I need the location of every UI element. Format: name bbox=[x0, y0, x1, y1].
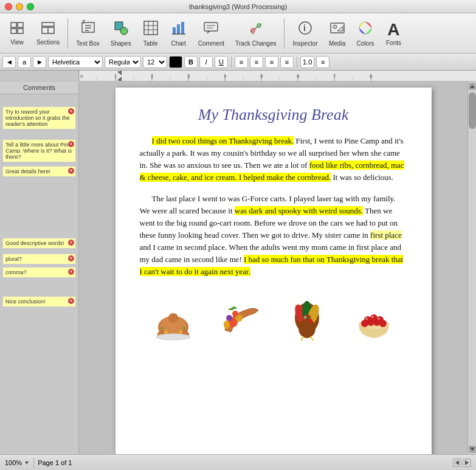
svg-rect-3 bbox=[18, 29, 23, 33]
zoom-dropdown-icon[interactable] bbox=[24, 460, 30, 466]
svg-rect-4 bbox=[42, 22, 54, 26]
toolbar-comment[interactable]: Comment bbox=[193, 16, 229, 51]
fonts-icon: A bbox=[387, 20, 399, 40]
style-select[interactable]: Regular bbox=[105, 56, 141, 68]
comment-1-close[interactable]: ✕ bbox=[68, 108, 74, 114]
scroll-left-btn[interactable] bbox=[453, 458, 461, 467]
document-title: My Thanksgiving Break bbox=[140, 106, 407, 124]
toolbar-sections[interactable]: Sections bbox=[32, 16, 64, 51]
font-color-box[interactable] bbox=[169, 56, 182, 68]
comment-6-text: comma? bbox=[5, 269, 27, 275]
page-nav-prev[interactable]: ◀ bbox=[2, 56, 16, 68]
toolbar-table-label: Table bbox=[143, 40, 158, 47]
svg-marker-108 bbox=[25, 461, 29, 465]
page-nav-next[interactable]: ▶ bbox=[33, 56, 46, 68]
turkey-bird-image bbox=[283, 297, 331, 342]
page-nav-input[interactable]: a bbox=[18, 56, 31, 68]
size-select[interactable]: 12 bbox=[143, 56, 167, 68]
comment-5-close[interactable]: ✕ bbox=[68, 255, 74, 261]
paragraph-2[interactable]: The last place I went to was G-Force car… bbox=[140, 193, 407, 278]
toolbar-inspector[interactable]: i Inspector bbox=[288, 16, 322, 51]
align-justify-btn[interactable]: ≡ bbox=[280, 56, 294, 68]
highlight-first: first place bbox=[370, 230, 402, 240]
italic-btn[interactable]: I bbox=[199, 56, 213, 68]
toolbar-chart[interactable]: Chart bbox=[165, 16, 192, 51]
svg-point-69 bbox=[168, 313, 178, 323]
svg-text:1: 1 bbox=[114, 74, 117, 79]
svg-point-104 bbox=[371, 316, 374, 318]
scroll-thumb[interactable] bbox=[469, 92, 476, 129]
svg-point-76 bbox=[183, 327, 185, 330]
align-left-btn[interactable]: ≡ bbox=[235, 56, 248, 68]
toolbar-view-label: View bbox=[10, 39, 24, 46]
font-select[interactable]: Helvetica bbox=[48, 56, 103, 68]
document-area[interactable]: My Thanksgiving Break I did two cool thi… bbox=[79, 81, 467, 454]
svg-text:8: 8 bbox=[370, 74, 373, 79]
media-icon bbox=[329, 20, 345, 39]
scroll-down-btn[interactable] bbox=[469, 446, 476, 453]
svg-text:0: 0 bbox=[80, 74, 83, 79]
underline-btn[interactable]: U bbox=[215, 56, 228, 68]
svg-line-93 bbox=[301, 336, 303, 340]
view-icon bbox=[10, 21, 24, 38]
scroll-up-btn[interactable] bbox=[469, 83, 476, 90]
toolbar-table[interactable]: Table bbox=[137, 16, 164, 51]
comment-6-close[interactable]: ✕ bbox=[68, 269, 74, 275]
window-title: thanksgiving3 (Word Processing) bbox=[189, 3, 287, 10]
toolbar-inspector-label: Inspector bbox=[292, 40, 317, 47]
toolbar-shapes[interactable]: Shapes bbox=[106, 16, 136, 51]
svg-rect-21 bbox=[181, 22, 184, 34]
svg-marker-106 bbox=[470, 85, 475, 88]
comment-2: ✕ Tell a little more about Pine Camp. Wh… bbox=[2, 139, 76, 162]
scrollbar-vertical[interactable] bbox=[467, 81, 476, 454]
comment-3-close[interactable]: ✕ bbox=[68, 168, 74, 174]
maximize-button[interactable] bbox=[27, 3, 34, 10]
svg-text:3: 3 bbox=[187, 74, 190, 79]
svg-rect-14 bbox=[144, 21, 157, 35]
toolbar-colors-label: Colors bbox=[357, 40, 374, 47]
toolbar-comment-label: Comment bbox=[198, 40, 224, 47]
toolbar-textbox[interactable]: T Text Box bbox=[71, 16, 104, 51]
toolbar-view[interactable]: View bbox=[4, 16, 30, 51]
align-center-btn[interactable]: ≡ bbox=[250, 56, 263, 68]
toolbar-media[interactable]: Media bbox=[324, 16, 351, 51]
bold-btn[interactable]: B bbox=[184, 56, 198, 68]
comment-5: ✕ plural? bbox=[2, 254, 76, 264]
toolbar-track-changes[interactable]: Track Changes bbox=[230, 16, 281, 51]
comment-7: ✕ Nice conclusion! bbox=[2, 296, 76, 307]
line-spacing-btn[interactable]: 1.0 bbox=[300, 56, 314, 68]
hscroll-controls[interactable] bbox=[453, 458, 471, 467]
inspector-icon: i bbox=[297, 20, 313, 39]
svg-point-103 bbox=[365, 317, 368, 320]
svg-point-99 bbox=[361, 320, 368, 327]
document-page: My Thanksgiving Break I did two cool thi… bbox=[116, 88, 432, 454]
svg-line-94 bbox=[311, 336, 313, 340]
list-options-btn[interactable]: ≡ bbox=[316, 56, 329, 68]
zoom-control[interactable]: 100% bbox=[5, 459, 30, 466]
align-right-btn[interactable]: ≡ bbox=[265, 56, 278, 68]
svg-text:2: 2 bbox=[151, 74, 154, 79]
svg-point-81 bbox=[232, 311, 238, 317]
svg-rect-38 bbox=[79, 71, 476, 81]
minimize-button[interactable] bbox=[16, 3, 23, 10]
zoom-value: 100% bbox=[5, 459, 22, 466]
comment-3-text: Great details here! bbox=[5, 168, 50, 175]
comment-4-close[interactable]: ✕ bbox=[68, 240, 74, 246]
comment-2-close[interactable]: ✕ bbox=[68, 141, 74, 147]
toolbar-fonts[interactable]: A Fonts bbox=[380, 16, 407, 51]
svg-marker-110 bbox=[465, 460, 469, 465]
toolbar-colors[interactable]: Colors bbox=[352, 16, 379, 51]
window-controls[interactable] bbox=[5, 3, 34, 10]
svg-text:7: 7 bbox=[333, 74, 336, 79]
close-button[interactable] bbox=[5, 3, 12, 10]
paragraph-1[interactable]: I did two cool things on Thanksgiving br… bbox=[140, 135, 407, 184]
turkey-image bbox=[149, 297, 198, 342]
toolbar-shapes-label: Shapes bbox=[111, 40, 131, 47]
comment-7-close[interactable]: ✕ bbox=[68, 298, 74, 304]
toolbar-track-changes-label: Track Changes bbox=[235, 40, 276, 47]
svg-rect-2 bbox=[11, 29, 16, 33]
comment-1: ✕ Try to reword your introduction so it … bbox=[2, 106, 76, 130]
svg-point-13 bbox=[120, 27, 128, 35]
scroll-right-btn[interactable] bbox=[463, 458, 471, 467]
svg-point-105 bbox=[378, 317, 380, 320]
